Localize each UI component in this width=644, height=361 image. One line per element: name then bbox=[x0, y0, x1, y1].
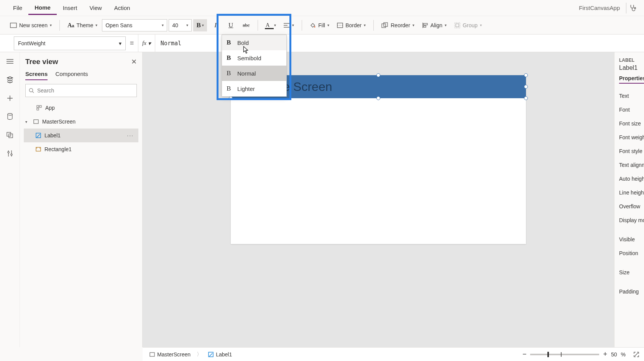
font-weight-option-bold[interactable]: BBold bbox=[222, 35, 286, 50]
selection-handle[interactable] bbox=[524, 85, 528, 89]
data-icon[interactable] bbox=[5, 112, 15, 121]
prop-row[interactable]: Padding bbox=[619, 285, 639, 298]
bold-button[interactable]: B▾ bbox=[193, 19, 207, 31]
tree-item-screen[interactable]: ▾ MasterScreen bbox=[24, 115, 138, 129]
font-weight-option-normal[interactable]: BNormal bbox=[222, 66, 286, 81]
svg-line-41 bbox=[635, 353, 638, 356]
tree-view-icon[interactable] bbox=[5, 75, 15, 84]
tree-item-label: App bbox=[45, 105, 55, 111]
selection-handle[interactable] bbox=[376, 73, 380, 77]
new-screen-button[interactable]: New screen ▾ bbox=[7, 21, 55, 30]
underline-button[interactable]: U bbox=[224, 19, 238, 31]
font-select[interactable]: Open Sans ▾ bbox=[102, 19, 167, 31]
hamburger-icon[interactable] bbox=[5, 57, 15, 66]
tree-item-rectangle[interactable]: Rectangle1 bbox=[24, 142, 138, 156]
close-icon[interactable]: ✕ bbox=[131, 58, 137, 66]
search-field[interactable] bbox=[37, 87, 133, 94]
reorder-button[interactable]: Reorder ▾ bbox=[378, 21, 417, 30]
prop-row[interactable]: Display mode bbox=[619, 213, 639, 227]
zoom-slider[interactable] bbox=[530, 354, 599, 355]
insert-icon[interactable] bbox=[5, 94, 15, 103]
properties-panel: LABEL Label1 Properties Text Font Font s… bbox=[614, 52, 644, 347]
tree-item-label1[interactable]: Label1 ··· bbox=[24, 129, 138, 142]
border-button[interactable]: Border ▾ bbox=[334, 21, 369, 30]
separator bbox=[373, 20, 374, 31]
fx-button[interactable]: fx▾ bbox=[138, 35, 155, 52]
svg-point-27 bbox=[30, 89, 33, 92]
prop-row[interactable]: Font bbox=[619, 103, 639, 117]
zoom-out-button[interactable]: − bbox=[522, 350, 527, 358]
align-objects-icon bbox=[422, 22, 428, 28]
breadcrumb-screen[interactable]: MasterScreen bbox=[147, 351, 193, 358]
media-icon[interactable] bbox=[5, 130, 15, 140]
theme-label: Theme bbox=[77, 22, 94, 28]
app-icon bbox=[36, 105, 42, 111]
menu-file[interactable]: File bbox=[7, 2, 28, 14]
prop-row[interactable]: Position bbox=[619, 246, 639, 260]
strikethrough-button[interactable]: abc bbox=[239, 19, 253, 31]
tree-item-app[interactable]: App bbox=[24, 101, 138, 115]
border-label: Border bbox=[345, 22, 361, 28]
svg-rect-33 bbox=[36, 133, 41, 138]
breadcrumb-label1[interactable]: Label1 bbox=[206, 351, 234, 358]
prop-row[interactable]: Visible bbox=[619, 232, 639, 246]
chevron-down-icon: ▾ bbox=[412, 23, 414, 27]
svg-line-34 bbox=[37, 134, 40, 137]
align-button[interactable]: Align ▾ bbox=[419, 21, 450, 30]
font-weight-option-lighter[interactable]: BLighter bbox=[222, 81, 286, 96]
border-icon bbox=[337, 23, 343, 28]
svg-point-25 bbox=[8, 152, 9, 153]
theme-button[interactable]: Aa Theme ▾ bbox=[64, 20, 100, 30]
option-label: Lighter bbox=[237, 86, 255, 92]
chevron-down-icon[interactable]: ▾ bbox=[25, 120, 30, 124]
prop-row[interactable]: Text bbox=[619, 89, 639, 103]
prop-row[interactable]: Font style bbox=[619, 144, 639, 158]
chevron-down-icon: ▾ bbox=[364, 23, 366, 27]
advanced-icon[interactable] bbox=[5, 149, 15, 158]
canvas-area[interactable]: Title of the Screen bbox=[143, 52, 614, 347]
svg-point-26 bbox=[11, 154, 12, 155]
menu-bar: File Home Insert View Action FirstCanvas… bbox=[0, 0, 644, 16]
prop-row[interactable]: Text alignment bbox=[619, 158, 639, 172]
font-size-value: 40 bbox=[172, 22, 178, 28]
font-size-select[interactable]: 40 ▾ bbox=[169, 19, 192, 31]
svg-rect-6 bbox=[337, 23, 343, 28]
prop-row[interactable]: Overflow bbox=[619, 199, 639, 213]
diagnostics-icon[interactable] bbox=[629, 4, 637, 12]
italic-button[interactable]: I bbox=[209, 19, 222, 31]
fill-button[interactable]: Fill ▾ bbox=[307, 21, 332, 30]
selection-handle[interactable] bbox=[229, 96, 233, 100]
chevron-down-icon: ▾ bbox=[186, 23, 188, 27]
prop-row[interactable]: Line height bbox=[619, 186, 639, 199]
menu-insert[interactable]: Insert bbox=[57, 2, 84, 14]
font-color-button[interactable]: A▾ bbox=[263, 21, 279, 30]
control-name: Label1 bbox=[619, 64, 639, 71]
font-weight-option-semibold[interactable]: BSemibold bbox=[222, 50, 286, 66]
screen-canvas[interactable]: Title of the Screen bbox=[231, 75, 526, 244]
prop-row[interactable]: Size bbox=[619, 265, 639, 279]
selection-handle[interactable] bbox=[524, 73, 528, 77]
menu-view[interactable]: View bbox=[83, 2, 108, 14]
text-align-button[interactable]: ▾ bbox=[281, 21, 297, 30]
tab-components[interactable]: Components bbox=[55, 71, 88, 80]
more-icon[interactable]: ··· bbox=[127, 132, 134, 138]
selection-handle[interactable] bbox=[524, 96, 528, 100]
fill-label: Fill bbox=[318, 22, 325, 28]
fit-screen-icon[interactable] bbox=[633, 351, 639, 358]
group-button[interactable]: Group ▾ bbox=[451, 21, 485, 30]
prop-row[interactable]: Font weight bbox=[619, 130, 639, 144]
tab-screens[interactable]: Screens bbox=[25, 71, 48, 80]
ribbon-toolbar: New screen ▾ Aa Theme ▾ Open Sans ▾ 40 ▾… bbox=[0, 16, 644, 35]
svg-point-36 bbox=[36, 148, 37, 148]
search-input[interactable] bbox=[25, 84, 137, 97]
zoom-in-button[interactable]: + bbox=[603, 350, 607, 358]
screen-icon bbox=[10, 23, 17, 28]
prop-row[interactable]: Font size bbox=[619, 117, 639, 130]
prop-row[interactable]: Auto height bbox=[619, 172, 639, 186]
menu-action[interactable]: Action bbox=[108, 2, 136, 14]
tab-properties[interactable]: Properties bbox=[619, 75, 644, 84]
separator bbox=[59, 20, 60, 31]
selection-handle[interactable] bbox=[376, 96, 380, 100]
property-dropdown[interactable]: FontWeight ▾ bbox=[14, 36, 126, 50]
menu-home[interactable]: Home bbox=[28, 1, 57, 15]
